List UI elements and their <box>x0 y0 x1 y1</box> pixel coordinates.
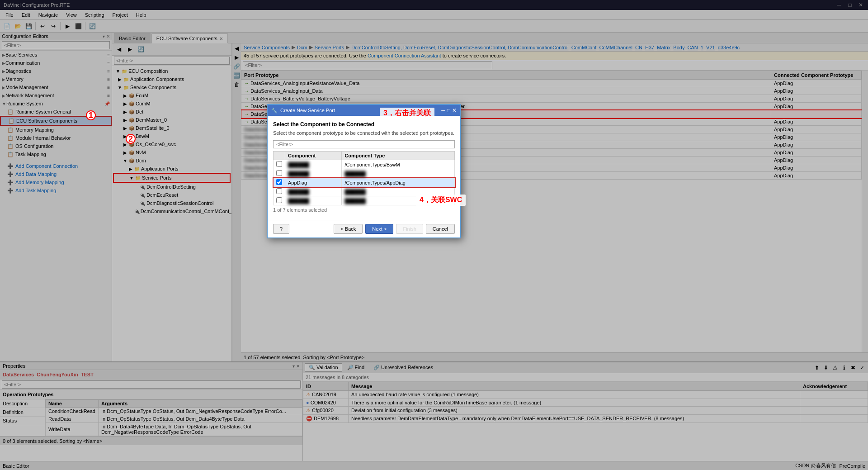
modal-row-check-5[interactable] <box>274 196 285 205</box>
breadcrumb-service-ports[interactable]: Service Ports <box>315 45 344 50</box>
breadcrumb-dcm[interactable]: Dcm <box>297 45 307 50</box>
val-btn-2[interactable]: ⬇ <box>822 364 830 372</box>
side-icon-5[interactable]: 🗑 <box>233 81 241 89</box>
tree-node-nvm[interactable]: ▶ 📦 NvM <box>113 148 231 157</box>
sidebar-item-base-services[interactable]: ▶ Base Services ≡ <box>0 51 112 59</box>
breadcrumb-service-components[interactable]: Service Components <box>244 45 290 50</box>
list-item[interactable]: ⚠ Cfg00020 Deviation from initial config… <box>303 407 868 415</box>
sidebar-item-memory[interactable]: ▶ Memory ≡ <box>0 75 112 83</box>
ports-filter-input[interactable] <box>243 61 492 69</box>
tree-node-dcmecureset[interactable]: 🔌 DcmEcuReset <box>113 191 231 199</box>
maximize-button[interactable]: □ <box>846 1 854 9</box>
modal-maximize-btn[interactable]: □ <box>447 107 450 114</box>
menu-help[interactable]: Help <box>132 11 150 19</box>
redo-button[interactable]: ↪ <box>48 21 58 31</box>
modal-minimize-btn[interactable]: ─ <box>441 107 445 114</box>
table-row[interactable]: → DataServices_BatteryVoltage_BatteryVol… <box>241 95 862 103</box>
demsatellite-expand[interactable]: ▶ <box>122 126 128 131</box>
modal-help-btn[interactable]: ? <box>273 224 289 234</box>
close-button[interactable]: ✕ <box>857 1 864 9</box>
det-expand[interactable]: ▶ <box>122 109 128 114</box>
side-icon-3[interactable]: 🔗 <box>233 62 241 71</box>
save-button[interactable]: 💾 <box>24 21 33 31</box>
modal-next-btn[interactable]: Next > <box>365 224 393 234</box>
tree-node-comm[interactable]: ▶ 📦 ComM <box>113 100 231 108</box>
tree-refresh-btn[interactable]: 🔄 <box>136 44 146 54</box>
bswm-expand[interactable]: ▶ <box>122 134 128 139</box>
tab-ecu-sw[interactable]: ECU Software Components ✕ <box>151 33 228 43</box>
nvm-expand[interactable]: ▶ <box>122 150 128 155</box>
sidebar-item-add-memory[interactable]: ➕ Add Memory Mapping <box>0 178 112 186</box>
val-btn-6[interactable]: ✓ <box>858 364 866 372</box>
sidebar-item-add-component[interactable]: ➕ Add Component Connection <box>0 162 112 170</box>
val-btn-1[interactable]: ⬆ <box>813 364 821 372</box>
side-icon-2[interactable]: ▶ <box>233 53 241 62</box>
modal-row-check[interactable] <box>274 160 285 169</box>
new-button[interactable]: 📄 <box>2 21 12 31</box>
sidebar-item-communication[interactable]: ▶ Communication ≡ <box>0 59 112 67</box>
list-item[interactable]: ⛔ DEM12698 Needless parameter DemDataEle… <box>303 415 868 423</box>
list-item[interactable]: ReadData In Dcm_OpStatusType OpStatus, O… <box>46 415 302 423</box>
list-item[interactable]: ● COM02420 There is a more optimal value… <box>303 399 868 407</box>
svc-ports-expand[interactable]: ▼ <box>128 176 135 180</box>
sidebar-item-add-task[interactable]: ➕ Add Task Mapping <box>0 186 112 195</box>
undo-button[interactable]: ↩ <box>38 21 47 31</box>
tree-node-bswm[interactable]: ▶ 📦 BswM <box>113 132 231 140</box>
table-row[interactable]: → DataServices_AnalogInput_Data AppDiag <box>241 87 862 95</box>
tree-node-det[interactable]: ▶ 📦 Det <box>113 108 231 116</box>
sidebar-item-add-data[interactable]: ➕ Add Data Mapping <box>0 170 112 178</box>
tree-node-dcmcontrol[interactable]: 🔌 DcmControlDtcSetting <box>113 183 231 191</box>
modal-close-btn[interactable]: ✕ <box>452 107 457 114</box>
app-ports-expand[interactable]: ▶ <box>127 166 134 171</box>
row-checkbox-1[interactable] <box>276 161 282 167</box>
props-filter-input[interactable] <box>2 380 301 389</box>
tree-node-demsatellite[interactable]: ▶ 📦 DemSatellite_0 <box>113 124 231 132</box>
sidebar-item-mode-management[interactable]: ▶ Mode Management ≡ <box>0 83 112 91</box>
modal-filter-input[interactable] <box>273 140 455 148</box>
minimize-button[interactable]: ─ <box>835 1 843 9</box>
modal-row-appdiag[interactable]: AppDiag /ComponentTypes/AppDiag <box>274 178 455 187</box>
row-checkbox-appdiag[interactable] <box>276 179 282 185</box>
row-checkbox-2[interactable] <box>276 170 282 176</box>
side-icon-1[interactable]: ◀ <box>233 44 241 52</box>
tree-node-dcmcomm[interactable]: 🔌 DcmCommunicationControl_ComMConf_ComMC <box>113 207 231 215</box>
breadcrumb-items[interactable]: DcmControlDtcSetting, DcmEcuReset, DcmDi… <box>351 45 740 50</box>
sidebar-filter-input[interactable] <box>2 41 110 49</box>
menu-view[interactable]: View <box>62 11 80 19</box>
sidebar-item-memory-mapping[interactable]: 📋 Memory Mapping <box>0 126 112 134</box>
tree-node-demmaster[interactable]: ▶ 📦 DemMaster_0 <box>113 116 231 124</box>
table-row[interactable]: → DataServices_AnalogInputResistanceValu… <box>241 80 862 87</box>
sidebar-item-module-internal[interactable]: 📋 Module Internal Behavior <box>0 134 112 142</box>
tree-forward-btn[interactable]: ▶ <box>125 44 135 54</box>
list-item[interactable]: ██████ ██████ <box>274 169 455 178</box>
dcm-expand[interactable]: ▼ <box>122 158 128 163</box>
list-item[interactable]: ConditionCheckRead In Dcm_OpStatusType O… <box>46 408 302 415</box>
modal-row-check-4[interactable] <box>274 187 285 196</box>
ososcore-expand[interactable]: ▶ <box>122 142 128 147</box>
tree-back-btn[interactable]: ◀ <box>114 44 124 54</box>
menu-project[interactable]: Project <box>109 11 132 19</box>
run-button[interactable]: ▶ <box>62 21 72 31</box>
tree-node-ecum[interactable]: ▶ 📦 EcuM <box>113 91 231 100</box>
open-button[interactable]: 📂 <box>13 21 23 31</box>
tree-filter-input[interactable] <box>114 57 230 65</box>
tree-node-service-ports[interactable]: ▼ 📁 Service Ports <box>113 173 231 183</box>
sidebar-item-os-config[interactable]: 📋 OS Configuration <box>0 142 112 150</box>
tab-basic-editor[interactable]: Basic Editor <box>114 33 151 43</box>
list-item[interactable]: WriteData In Dcm_Data4ByteType Data, In … <box>46 423 302 436</box>
modal-row-check-2[interactable] <box>274 169 285 178</box>
app-comp-expand[interactable]: ▶ <box>117 77 123 82</box>
tab-validation[interactable]: 🔍 Validation <box>305 363 342 372</box>
ecu-comp-expand[interactable]: ▼ <box>115 69 121 74</box>
menu-edit[interactable]: Edit <box>18 11 34 19</box>
modal-cancel-btn[interactable]: Cancel <box>426 224 455 234</box>
stop-button[interactable]: ⬛ <box>73 21 83 31</box>
sidebar-item-task-mapping[interactable]: 📋 Task Mapping <box>0 150 112 158</box>
sidebar-item-diagnostics[interactable]: ▶ Diagnostics ≡ <box>0 67 112 75</box>
val-btn-5[interactable]: ✖ <box>849 364 857 372</box>
menu-file[interactable]: File <box>2 11 17 19</box>
tab-find[interactable]: 🔎 Find <box>343 363 368 372</box>
menu-navigate[interactable]: Navigate <box>35 11 61 19</box>
tab-unresolved[interactable]: 🔗 Unresolved References <box>369 363 437 372</box>
row-checkbox-4[interactable] <box>276 188 282 194</box>
